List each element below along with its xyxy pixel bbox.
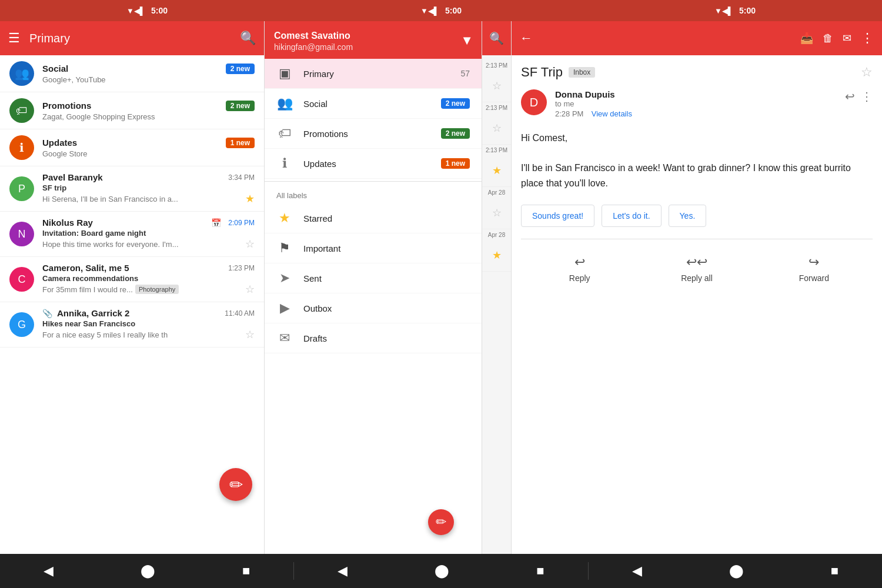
home-nav-btn[interactable]: ⬤ [129, 559, 167, 583]
drawer-updates-label: Updates [303, 159, 430, 169]
email-list-strip: 🔍 2:13 PM ☆ 2:13 PM ☆ 2:13 PM ★ Apr 28 ☆… [482, 21, 512, 554]
social-content: Social 2 new Google+, YouTube [42, 64, 255, 84]
updates-name: Updates [42, 138, 77, 148]
promotions-icon: 🏷 [9, 98, 34, 123]
cameron-time: 1:23 PM [228, 264, 255, 272]
search-icon-strip[interactable]: 🔍 [489, 31, 504, 45]
quick-reply-1[interactable]: Sounds great! [521, 205, 594, 227]
account-dropdown[interactable]: ▼ [460, 33, 473, 48]
search-icon[interactable]: 🔍 [240, 31, 256, 46]
cameron-star[interactable]: ☆ [245, 283, 255, 296]
pavel-content: Pavel Baranyk 3:34 PM SF trip Hi Serena,… [42, 172, 255, 205]
drawer-social-badge: 2 new [441, 98, 470, 109]
time-4: Apr 28 [482, 187, 511, 197]
reply-quick-icon[interactable]: ↩ [845, 89, 855, 103]
sender-info: Donna Dupuis to me 2:28 PM View details [555, 89, 837, 119]
drawer-outbox-label: Outbox [303, 303, 470, 313]
drawer-divider [265, 181, 482, 182]
home-nav-btn-3[interactable]: ⬤ [717, 559, 756, 583]
back-nav-btn[interactable]: ◀ [32, 559, 65, 583]
drawer-promotions-badge: 2 new [441, 128, 470, 139]
nikolus-star[interactable]: ☆ [245, 238, 255, 250]
email-item-nikolus[interactable]: N Nikolus Ray 📅 2:09 PM Invitation: Boar… [0, 212, 264, 257]
drafts-nav-icon: ✉ [276, 330, 293, 346]
drawer-outbox[interactable]: ▶ Outbox [265, 293, 482, 323]
home-nav-btn-2[interactable]: ⬤ [423, 559, 461, 583]
email-label-badge: Inbox [569, 67, 595, 78]
reply-all-label: Reply all [681, 273, 713, 283]
email-item-pavel[interactable]: P Pavel Baranyk 3:34 PM SF trip Hi Seren… [0, 166, 264, 212]
star-item-3[interactable]: ★ [482, 155, 511, 187]
drawer-important[interactable]: ⚑ Important [265, 233, 482, 263]
email-item-annika[interactable]: G 📎 Annika, Garrick 2 11:40 AM Hikes nea… [0, 302, 264, 348]
email-subject: SF Trip [521, 65, 563, 80]
menu-icon[interactable]: ☰ [8, 31, 20, 46]
drawer-starred-label: Starred [303, 213, 470, 223]
back-nav-btn-2[interactable]: ◀ [326, 559, 359, 583]
email-item-cameron[interactable]: C Cameron, Salit, me 5 1:23 PM Camera re… [0, 257, 264, 302]
social-badge: 2 new [226, 64, 255, 74]
quick-reply-3[interactable]: Yes. [669, 205, 707, 227]
drawer-promotions[interactable]: 🏷 Promotions 2 new [265, 119, 482, 149]
signal-icon-3: ▼◀▌ [714, 6, 733, 15]
signal-icon: ▼◀▌ [126, 6, 145, 15]
quick-reply-2[interactable]: Let's do it. [602, 205, 661, 227]
star-item-1[interactable]: ☆ [482, 70, 511, 102]
promotions-subtitle: Zagat, Google Shopping Express [42, 112, 255, 121]
status-time-2: 5:00 [445, 6, 462, 15]
social-nav-icon: 👥 [276, 96, 293, 111]
star-item-4[interactable]: ☆ [482, 197, 511, 229]
reply-button[interactable]: ↩ Reply [521, 249, 638, 289]
forward-button[interactable]: ↪ Forward [756, 249, 873, 289]
back-nav-btn-3[interactable]: ◀ [620, 559, 654, 583]
cameron-sender: Cameron, Salit, me 5 [42, 263, 129, 273]
delete-icon[interactable]: 🗑 [823, 32, 833, 45]
more-options-icon[interactable]: ⋮ [861, 31, 874, 46]
sender-more-icon[interactable]: ⋮ [861, 89, 873, 103]
compose-fab[interactable]: ✏ [219, 468, 252, 501]
updates-subtitle: Google Store [42, 149, 255, 158]
email-list-header: 🔍 [482, 21, 511, 55]
back-icon[interactable]: ← [520, 31, 533, 46]
email-star-btn[interactable]: ☆ [861, 65, 873, 80]
star-item-5[interactable]: ★ [482, 239, 511, 272]
time-2: 2:13 PM [482, 102, 511, 112]
quick-replies: Sounds great! Let's do it. Yes. [521, 205, 873, 227]
promotions-content: Promotions 2 new Zagat, Google Shopping … [42, 101, 255, 121]
drawer-starred[interactable]: ★ Starred [265, 203, 482, 233]
social-icon: 👥 [9, 61, 34, 86]
view-details-link[interactable]: View details [592, 109, 632, 118]
drawer-primary[interactable]: ▣ Primary 57 [265, 59, 482, 89]
annika-preview: For a nice easy 5 miles I really like th [42, 330, 168, 339]
recent-nav-btn[interactable]: ■ [230, 559, 262, 583]
nikolus-content: Nikolus Ray 📅 2:09 PM Invitation: Board … [42, 218, 255, 250]
category-promotions[interactable]: 🏷 Promotions 2 new Zagat, Google Shoppin… [0, 92, 264, 129]
archive-icon[interactable]: 📥 [800, 32, 813, 45]
annika-star[interactable]: ☆ [245, 328, 255, 341]
recent-nav-btn-2[interactable]: ■ [524, 559, 556, 583]
recent-nav-btn-3[interactable]: ■ [819, 559, 850, 583]
mark-unread-icon[interactable]: ✉ [843, 32, 851, 45]
category-updates[interactable]: ℹ Updates 1 new Google Store [0, 129, 264, 166]
cameron-content: Cameron, Salit, me 5 1:23 PM Camera reco… [42, 263, 255, 296]
sender-row: D Donna Dupuis to me 2:28 PM View detail… [521, 89, 873, 119]
drawer-drafts[interactable]: ✉ Drafts [265, 323, 482, 353]
primary-nav-icon: ▣ [276, 66, 293, 81]
drawer-social[interactable]: 👥 Social 2 new [265, 89, 482, 119]
email-title-row: SF Trip Inbox ☆ [521, 65, 873, 80]
pavel-preview: Hi Serena, I'll be in San Francisco in a… [42, 195, 178, 203]
drawer-updates[interactable]: ℹ Updates 1 new [265, 149, 482, 179]
status-icons-1: ▼◀▌ 5:00 [126, 6, 168, 15]
category-social[interactable]: 👥 Social 2 new Google+, YouTube [0, 55, 264, 92]
status-icons-3: ▼◀▌ 5:00 [714, 6, 756, 15]
reply-all-icon: ↩↩ [686, 255, 707, 270]
nikolus-subject: Invitation: Board game night [42, 229, 255, 238]
status-section-2: ▼◀▌ 5:00 [294, 6, 588, 15]
reply-all-button[interactable]: ↩↩ Reply all [638, 249, 755, 289]
status-bar: ▼◀▌ 5:00 ▼◀▌ 5:00 ▼◀▌ 5:00 [0, 0, 882, 21]
star-item-2[interactable]: ☆ [482, 112, 511, 145]
nav-section-2: ◀ ⬤ ■ [294, 559, 587, 583]
pavel-star[interactable]: ★ [245, 192, 255, 205]
time-1: 2:13 PM [482, 60, 511, 70]
drawer-sent[interactable]: ➤ Sent [265, 263, 482, 293]
